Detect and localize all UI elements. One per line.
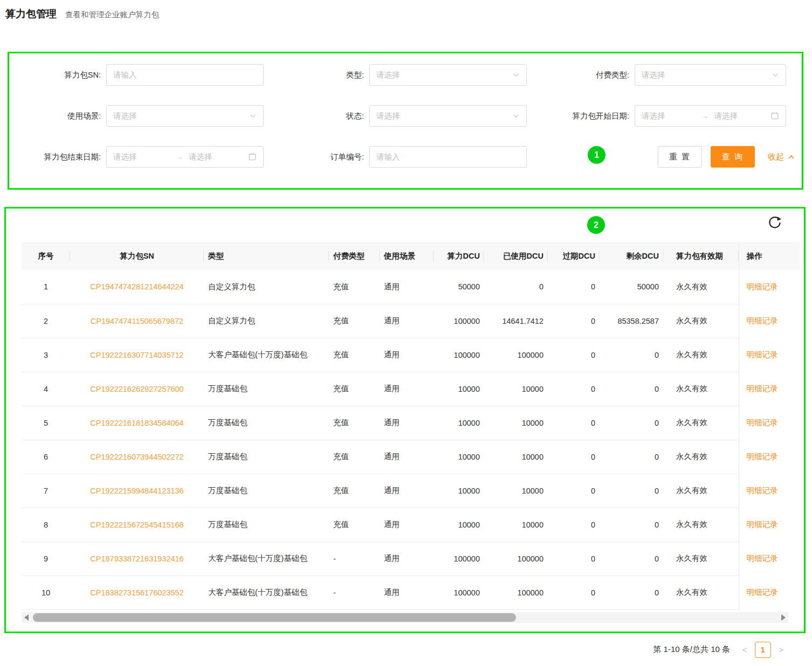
sn-link[interactable]: CP1922215994844123136 [90, 487, 183, 495]
arrow-right-icon: → [173, 152, 187, 161]
cell-type: 万度基础包 [204, 372, 329, 406]
cell-used: 100000 [484, 338, 548, 372]
sn-link[interactable]: CP1922216073944502272 [90, 453, 183, 461]
cell-index: 1 [22, 270, 70, 304]
cell-expired: 0 [548, 270, 600, 304]
refresh-icon[interactable] [767, 215, 782, 230]
cell-validity: 永久有效 [663, 575, 739, 609]
cell-scene: 通用 [380, 575, 433, 609]
detail-record-link[interactable]: 明细记录 [747, 588, 778, 596]
scene-filter-select[interactable]: 请选择 [106, 105, 264, 127]
pay-type-filter-select[interactable]: 请选择 [635, 64, 786, 86]
status-filter-label: 状态: [264, 111, 369, 121]
cell-expired: 0 [548, 372, 600, 406]
cell-sn: CP1922216073944502272 [70, 440, 204, 474]
table-row: 6CP1922216073944502272万度基础包充值通用100001000… [22, 440, 800, 474]
cell-dcu: 10000 [433, 508, 484, 542]
filter-actions: 重 置 查 询 收起 [658, 146, 795, 168]
page-number-button[interactable]: 1 [755, 642, 771, 658]
cell-used: 0 [484, 270, 548, 304]
annotation-badge-1: 1 [588, 146, 605, 164]
cell-sn: CP1922216307714035712 [70, 338, 204, 372]
cell-validity: 永久有效 [663, 338, 739, 372]
cell-type: 大客户基础包(十万度)基础包 [204, 575, 329, 609]
cell-pay: 充值 [329, 372, 380, 406]
detail-record-link[interactable]: 明细记录 [747, 520, 778, 529]
detail-record-link[interactable]: 明细记录 [747, 418, 778, 427]
collapse-label: 收起 [768, 152, 784, 162]
sn-filter-input[interactable] [106, 64, 264, 86]
reset-button[interactable]: 重 置 [658, 146, 702, 168]
sn-link[interactable]: CP1922216307714035712 [90, 351, 183, 359]
detail-record-link[interactable]: 明细记录 [747, 282, 778, 291]
type-filter-select[interactable]: 请选择 [369, 64, 527, 86]
end-date-range-picker[interactable]: 请选择 → 请选择 [106, 146, 264, 168]
column-header-pay: 付费类型 [329, 242, 380, 270]
cell-index: 5 [22, 406, 70, 440]
next-page-button[interactable]: > [774, 642, 788, 657]
filter-panel: 1 算力包SN: 类型: 请选择 付费类型: 请选择 使用场景: 请选择 状态:… [8, 52, 803, 190]
cell-pay: 充值 [329, 270, 380, 304]
cell-pay: 充值 [329, 474, 380, 508]
end-date-from-placeholder: 请选择 [113, 152, 173, 162]
table-toolbar [6, 209, 804, 242]
cell-pay: 充值 [329, 338, 380, 372]
cell-remain: 0 [600, 542, 663, 575]
cell-type: 大客户基础包(十万度)基础包 [204, 338, 329, 372]
detail-record-link[interactable]: 明细记录 [747, 554, 778, 563]
scroll-left-arrow[interactable] [23, 614, 31, 621]
pay-type-filter-label: 付费类型: [527, 70, 635, 80]
collapse-link[interactable]: 收起 [768, 152, 795, 162]
sn-filter-label: 算力包SN: [9, 70, 106, 80]
order-no-filter-input[interactable] [369, 146, 527, 168]
cell-scene: 通用 [380, 338, 433, 372]
scroll-right-arrow[interactable] [779, 614, 787, 621]
cell-remain: 0 [600, 474, 663, 508]
sn-link[interactable]: CP1947474115065679872 [91, 317, 183, 325]
cell-scene: 通用 [380, 474, 433, 508]
cell-pay: 充值 [329, 406, 380, 440]
cell-action: 明细记录 [739, 406, 800, 440]
column-header-type: 类型 [204, 242, 329, 270]
sn-link[interactable]: CP1947474281214644224 [90, 282, 183, 291]
search-button[interactable]: 查 询 [711, 146, 755, 168]
packages-table: 序号算力包SN类型付费类型使用场景算力DCU已使用DCU过期DCU剩余DCU算力… [22, 242, 800, 610]
status-filter-select[interactable]: 请选择 [369, 105, 527, 127]
cell-scene: 通用 [380, 508, 433, 542]
sn-link[interactable]: CP1922215672545415168 [90, 521, 183, 529]
cell-pay: - [329, 542, 380, 575]
arrow-right-icon: → [698, 112, 712, 120]
prev-page-button[interactable]: < [738, 642, 752, 657]
horizontal-scrollbar[interactable] [22, 612, 788, 623]
chevron-down-icon [772, 71, 779, 79]
scene-filter-placeholder: 请选择 [113, 111, 249, 121]
cell-action: 明细记录 [739, 372, 800, 406]
cell-used: 10000 [484, 406, 548, 440]
cell-remain: 0 [600, 508, 663, 542]
cell-validity: 永久有效 [663, 508, 739, 542]
cell-dcu: 10000 [433, 440, 484, 474]
cell-expired: 0 [548, 304, 600, 338]
scrollbar-thumb[interactable] [33, 613, 516, 622]
cell-type: 万度基础包 [204, 474, 329, 508]
detail-record-link[interactable]: 明细记录 [747, 452, 778, 461]
cell-used: 10000 [484, 508, 548, 542]
filter-row-1: 算力包SN: 类型: 请选择 付费类型: 请选择 [9, 64, 795, 86]
detail-record-link[interactable]: 明细记录 [747, 486, 778, 495]
sn-link[interactable]: CP1879338721631932416 [90, 554, 183, 563]
cell-remain: 0 [600, 440, 663, 474]
detail-record-link[interactable]: 明细记录 [747, 316, 778, 325]
cell-index: 3 [22, 338, 70, 372]
sn-link[interactable]: CP1922216262927257600 [90, 385, 183, 393]
detail-record-link[interactable]: 明细记录 [747, 384, 778, 393]
start-date-range-picker[interactable]: 请选择 → 请选择 [635, 105, 786, 127]
sn-link[interactable]: CP1922216181834584064 [90, 419, 183, 427]
sn-link[interactable]: CP1838273156176023552 [90, 588, 183, 597]
cell-sn: CP1879338721631932416 [70, 542, 204, 575]
cell-sn: CP1922215672545415168 [70, 508, 204, 542]
cell-dcu: 100000 [433, 575, 484, 609]
cell-action: 明细记录 [739, 270, 800, 304]
status-filter-placeholder: 请选择 [376, 111, 512, 121]
detail-record-link[interactable]: 明细记录 [747, 350, 778, 359]
table-row: 7CP1922215994844123136万度基础包充值通用100001000… [22, 474, 800, 508]
